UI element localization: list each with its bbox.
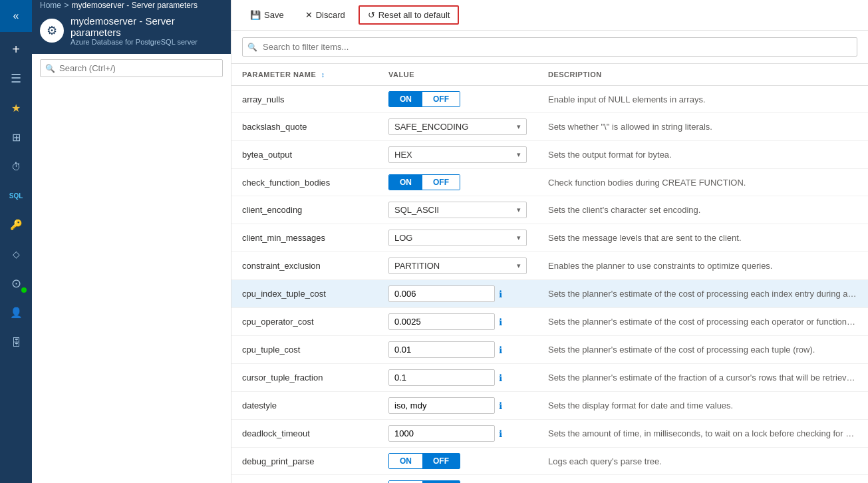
circle-icon: ⊙: [11, 276, 21, 291]
value-cell[interactable]: ℹ: [378, 308, 537, 336]
save-icon: 💾: [250, 10, 261, 20]
toggle-off-btn[interactable]: OFF: [422, 92, 460, 106]
sql-icon-btn[interactable]: SQL: [0, 181, 32, 210]
value-cell[interactable]: SQL_ASCII▾: [378, 196, 537, 224]
save-button[interactable]: 💾 Save: [242, 7, 292, 23]
star-icon-btn[interactable]: ★: [0, 93, 32, 122]
param-text-input[interactable]: [388, 369, 495, 386]
param-name-cell: datestyle: [231, 392, 378, 420]
dropdown-select[interactable]: SQL_ASCII▾: [388, 202, 527, 218]
param-name-cell: cursor_tuple_fraction: [231, 364, 378, 392]
param-text-input[interactable]: [388, 425, 495, 442]
dropdown-select[interactable]: SAFE_ENCODING▾: [388, 118, 527, 135]
chevron-down-icon: ▾: [517, 150, 521, 159]
title-area: mydemoserver - Server parameters Azure D…: [71, 15, 223, 46]
circle-icon-btn[interactable]: ⊙: [0, 269, 32, 298]
reset-all-button[interactable]: ↺ Reset all to default: [359, 5, 460, 25]
value-cell[interactable]: ℹ: [378, 420, 537, 448]
toggle-group[interactable]: ONOFF: [388, 480, 460, 483]
key-icon-btn[interactable]: 🔑: [0, 210, 32, 240]
collapse-button[interactable]: «: [0, 0, 32, 32]
filter-input[interactable]: [242, 37, 857, 57]
breadcrumb-home[interactable]: Home: [40, 1, 61, 10]
description-cell: Enable input of NULL elements in arrays.: [537, 86, 868, 113]
toggle-group[interactable]: ONOFF: [388, 174, 460, 190]
input-info-wrapper: ℹ: [388, 397, 527, 414]
discard-button[interactable]: ✕ Discard: [297, 7, 353, 23]
param-text-input[interactable]: [388, 313, 495, 330]
table-row: debug_print_parseONOFFLogs each query's …: [231, 448, 868, 475]
input-info-wrapper: ℹ: [388, 425, 527, 442]
toggle-on-btn[interactable]: ON: [389, 92, 422, 106]
description-cell: Sets the planner's estimate of the cost …: [537, 280, 868, 308]
info-icon[interactable]: ℹ: [499, 289, 502, 299]
value-cell[interactable]: ONOFF: [378, 448, 537, 475]
info-icon[interactable]: ℹ: [499, 317, 502, 327]
clock-icon-btn[interactable]: ⏱: [0, 152, 32, 181]
toolbar: 💾 Save ✕ Discard ↺ Reset all to default: [231, 0, 868, 31]
value-cell[interactable]: ℹ: [378, 280, 537, 308]
nav-search-input[interactable]: [40, 59, 223, 77]
description-cell: Sets the planner's estimate of the fract…: [537, 364, 868, 392]
table-row: cpu_index_tuple_costℹSets the planner's …: [231, 280, 868, 308]
grid-icon-btn[interactable]: ⊞: [0, 122, 32, 152]
value-cell[interactable]: HEX▾: [378, 141, 537, 169]
value-cell[interactable]: ℹ: [378, 392, 537, 420]
dropdown-select[interactable]: LOG▾: [388, 230, 527, 246]
person-icon-btn[interactable]: 👤: [0, 298, 32, 327]
value-cell[interactable]: PARTITION▾: [378, 252, 537, 280]
col-header-param-name[interactable]: PARAMETER NAME ↕: [231, 64, 378, 86]
grid-icon: ⊞: [12, 131, 21, 144]
info-icon[interactable]: ℹ: [499, 401, 502, 411]
table-row: constraint_exclusionPARTITION▾Enables th…: [231, 252, 868, 280]
param-name-cell: client_encoding: [231, 196, 378, 224]
param-text-input[interactable]: [388, 341, 495, 358]
table-row: client_min_messagesLOG▾Sets the message …: [231, 224, 868, 252]
toggle-off-btn[interactable]: OFF: [422, 175, 460, 190]
toggle-off-btn[interactable]: OFF: [422, 454, 460, 468]
discard-icon: ✕: [305, 10, 313, 20]
value-cell[interactable]: ONOFF: [378, 475, 537, 484]
sql-icon: SQL: [9, 192, 23, 200]
plus-icon-btn[interactable]: +: [0, 35, 32, 64]
db-icon-btn[interactable]: 🗄: [0, 327, 32, 357]
table-row: debug_print_planONOFFLogs each query's e…: [231, 475, 868, 484]
toggle-group[interactable]: ONOFF: [388, 91, 460, 107]
breadcrumb-sep: >: [64, 0, 69, 10]
filter-bar: 🔍: [231, 31, 868, 64]
param-name-cell: array_nulls: [231, 86, 378, 113]
info-icon[interactable]: ℹ: [499, 345, 502, 355]
parameters-table: PARAMETER NAME ↕ VALUE DESCRIPTION array…: [231, 64, 868, 483]
dropdown-value: HEX: [394, 150, 412, 160]
value-cell[interactable]: LOG▾: [378, 224, 537, 252]
description-cell: Sets the message levels that are sent to…: [537, 224, 868, 252]
info-icon[interactable]: ℹ: [499, 428, 502, 439]
param-text-input[interactable]: [388, 285, 495, 302]
diamond-icon-btn[interactable]: ◇: [0, 240, 32, 269]
dropdown-value: LOG: [394, 233, 412, 243]
value-cell[interactable]: ℹ: [378, 364, 537, 392]
description-cell: Sets the output format for bytea.: [537, 141, 868, 169]
toggle-on-btn[interactable]: ON: [389, 454, 422, 468]
db-icon: 🗄: [11, 337, 21, 348]
value-cell[interactable]: SAFE_ENCODING▾: [378, 113, 537, 141]
description-cell: Sets the amount of time, in milliseconds…: [537, 420, 868, 448]
param-name-cell: client_min_messages: [231, 224, 378, 252]
input-info-wrapper: ℹ: [388, 341, 527, 358]
discard-label: Discard: [316, 10, 345, 20]
hamburger-icon-btn[interactable]: ☰: [0, 64, 32, 93]
info-icon[interactable]: ℹ: [499, 373, 502, 383]
value-cell[interactable]: ℹ: [378, 336, 537, 364]
dropdown-select[interactable]: PARTITION▾: [388, 257, 527, 274]
table-row: array_nullsONOFFEnable input of NULL ele…: [231, 86, 868, 113]
param-name-cell: cpu_operator_cost: [231, 308, 378, 336]
table-row: cursor_tuple_fractionℹSets the planner's…: [231, 364, 868, 392]
description-cell: Sets the display format for date and tim…: [537, 392, 868, 420]
value-cell[interactable]: ONOFF: [378, 169, 537, 196]
description-cell: Sets the client's character set encoding…: [537, 196, 868, 224]
dropdown-select[interactable]: HEX▾: [388, 146, 527, 163]
value-cell[interactable]: ONOFF: [378, 86, 537, 113]
toggle-on-btn[interactable]: ON: [389, 175, 422, 190]
toggle-group[interactable]: ONOFF: [388, 453, 460, 469]
param-text-input[interactable]: [388, 397, 495, 414]
